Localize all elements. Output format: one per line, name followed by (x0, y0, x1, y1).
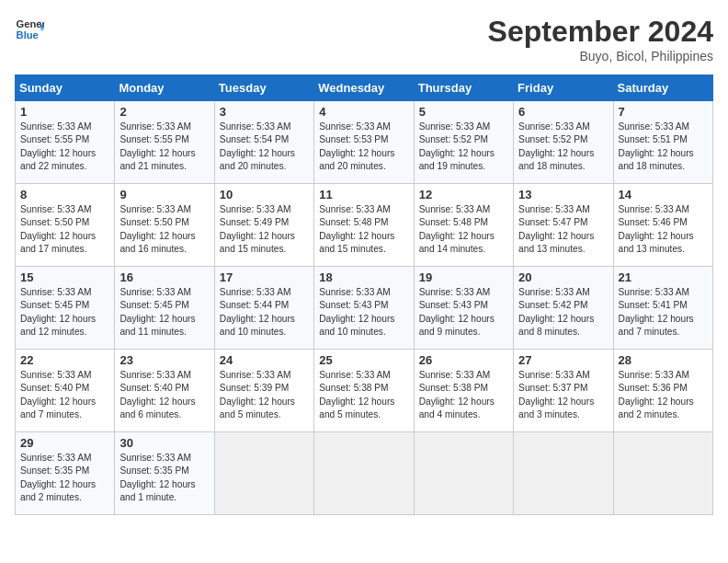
week-row-5: 29 Sunrise: 5:33 AMSunset: 5:35 PMDaylig… (16, 432, 713, 515)
calendar-cell: 18 Sunrise: 5:33 AMSunset: 5:43 PMDaylig… (314, 267, 414, 350)
day-number: 12 (419, 188, 508, 201)
day-number: 29 (20, 436, 109, 450)
day-detail: Sunrise: 5:33 AMSunset: 5:36 PMDaylight:… (619, 369, 708, 421)
day-number: 9 (119, 188, 209, 201)
day-number: 18 (319, 270, 408, 284)
calendar-cell: 9 Sunrise: 5:33 AMSunset: 5:50 PMDayligh… (115, 184, 214, 267)
day-detail: Sunrise: 5:33 AMSunset: 5:50 PMDaylight:… (119, 203, 209, 256)
day-detail: Sunrise: 5:33 AMSunset: 5:42 PMDaylight:… (518, 286, 608, 339)
day-number: 23 (119, 353, 209, 367)
calendar-cell: 30 Sunrise: 5:33 AMSunset: 5:35 PMDaylig… (115, 432, 214, 515)
day-detail: Sunrise: 5:33 AMSunset: 5:35 PMDaylight:… (119, 452, 209, 504)
day-number: 20 (518, 270, 608, 284)
calendar-table: SundayMondayTuesdayWednesdayThursdayFrid… (15, 75, 713, 515)
col-header-thursday: Thursday (414, 75, 513, 101)
calendar-cell: 29 Sunrise: 5:33 AMSunset: 5:35 PMDaylig… (16, 432, 115, 515)
col-header-saturday: Saturday (613, 75, 712, 101)
day-number: 11 (319, 188, 408, 201)
day-detail: Sunrise: 5:33 AMSunset: 5:49 PMDaylight:… (220, 203, 309, 256)
calendar-cell: 16 Sunrise: 5:33 AMSunset: 5:45 PMDaylig… (115, 267, 214, 350)
calendar-cell: 19 Sunrise: 5:33 AMSunset: 5:43 PMDaylig… (414, 267, 513, 350)
calendar-cell: 10 Sunrise: 5:33 AMSunset: 5:49 PMDaylig… (214, 184, 313, 267)
day-number: 22 (20, 353, 109, 367)
day-detail: Sunrise: 5:33 AMSunset: 5:47 PMDaylight:… (518, 203, 608, 256)
day-detail: Sunrise: 5:33 AMSunset: 5:45 PMDaylight:… (119, 286, 209, 339)
week-row-3: 15 Sunrise: 5:33 AMSunset: 5:45 PMDaylig… (16, 267, 713, 350)
calendar-cell: 11 Sunrise: 5:33 AMSunset: 5:48 PMDaylig… (314, 184, 414, 267)
day-number: 17 (220, 270, 309, 284)
day-number: 8 (20, 188, 109, 201)
day-number: 5 (419, 105, 508, 119)
day-number: 24 (220, 353, 309, 367)
day-number: 6 (518, 105, 608, 119)
day-number: 27 (518, 353, 608, 367)
week-row-4: 22 Sunrise: 5:33 AMSunset: 5:40 PMDaylig… (16, 350, 713, 432)
col-header-monday: Monday (115, 75, 214, 101)
calendar-cell: 28 Sunrise: 5:33 AMSunset: 5:36 PMDaylig… (613, 350, 712, 432)
calendar-cell (414, 432, 513, 515)
day-number: 2 (119, 105, 209, 119)
day-number: 28 (619, 353, 708, 367)
calendar-cell: 12 Sunrise: 5:33 AMSunset: 5:48 PMDaylig… (414, 184, 513, 267)
calendar-cell (314, 432, 414, 515)
day-number: 10 (220, 188, 309, 201)
calendar-cell: 17 Sunrise: 5:33 AMSunset: 5:44 PMDaylig… (214, 267, 313, 350)
day-detail: Sunrise: 5:33 AMSunset: 5:53 PMDaylight:… (319, 121, 408, 173)
calendar-cell (214, 432, 313, 515)
calendar-cell: 6 Sunrise: 5:33 AMSunset: 5:52 PMDayligh… (514, 101, 613, 184)
day-detail: Sunrise: 5:33 AMSunset: 5:38 PMDaylight:… (319, 369, 408, 421)
day-detail: Sunrise: 5:33 AMSunset: 5:55 PMDaylight:… (119, 121, 209, 173)
day-detail: Sunrise: 5:33 AMSunset: 5:38 PMDaylight:… (419, 369, 508, 421)
day-detail: Sunrise: 5:33 AMSunset: 5:43 PMDaylight:… (419, 286, 508, 339)
calendar-cell: 25 Sunrise: 5:33 AMSunset: 5:38 PMDaylig… (314, 350, 414, 432)
calendar-cell: 13 Sunrise: 5:33 AMSunset: 5:47 PMDaylig… (514, 184, 613, 267)
day-number: 15 (20, 270, 109, 284)
calendar-cell: 24 Sunrise: 5:33 AMSunset: 5:39 PMDaylig… (214, 350, 313, 432)
calendar-cell: 1 Sunrise: 5:33 AMSunset: 5:55 PMDayligh… (16, 101, 115, 184)
day-detail: Sunrise: 5:33 AMSunset: 5:35 PMDaylight:… (20, 452, 109, 504)
day-detail: Sunrise: 5:33 AMSunset: 5:37 PMDaylight:… (518, 369, 608, 421)
day-number: 4 (319, 105, 408, 119)
day-detail: Sunrise: 5:33 AMSunset: 5:41 PMDaylight:… (619, 286, 708, 339)
day-number: 19 (419, 270, 508, 284)
calendar-cell: 14 Sunrise: 5:33 AMSunset: 5:46 PMDaylig… (613, 184, 712, 267)
col-header-tuesday: Tuesday (214, 75, 313, 101)
calendar-cell (514, 432, 613, 515)
day-detail: Sunrise: 5:33 AMSunset: 5:52 PMDaylight:… (419, 121, 508, 173)
week-row-1: 1 Sunrise: 5:33 AMSunset: 5:55 PMDayligh… (16, 101, 713, 184)
calendar-cell: 5 Sunrise: 5:33 AMSunset: 5:52 PMDayligh… (414, 101, 513, 184)
day-number: 16 (119, 270, 209, 284)
day-detail: Sunrise: 5:33 AMSunset: 5:51 PMDaylight:… (619, 121, 708, 173)
calendar-cell (613, 432, 712, 515)
day-detail: Sunrise: 5:33 AMSunset: 5:54 PMDaylight:… (220, 121, 309, 173)
day-number: 1 (20, 105, 109, 119)
day-detail: Sunrise: 5:33 AMSunset: 5:45 PMDaylight:… (20, 286, 109, 339)
day-number: 14 (619, 188, 708, 201)
calendar-cell: 26 Sunrise: 5:33 AMSunset: 5:38 PMDaylig… (414, 350, 513, 432)
day-number: 13 (518, 188, 608, 201)
calendar-cell: 23 Sunrise: 5:33 AMSunset: 5:40 PMDaylig… (115, 350, 214, 432)
calendar-cell: 4 Sunrise: 5:33 AMSunset: 5:53 PMDayligh… (314, 101, 414, 184)
day-number: 26 (419, 353, 508, 367)
day-detail: Sunrise: 5:33 AMSunset: 5:55 PMDaylight:… (20, 121, 109, 173)
day-number: 21 (619, 270, 708, 284)
day-detail: Sunrise: 5:33 AMSunset: 5:50 PMDaylight:… (20, 203, 109, 256)
week-row-2: 8 Sunrise: 5:33 AMSunset: 5:50 PMDayligh… (16, 184, 713, 267)
svg-text:Blue: Blue (17, 29, 39, 40)
logo-icon: General Blue (15, 15, 44, 44)
month-title: September 2024 (488, 15, 713, 49)
day-detail: Sunrise: 5:33 AMSunset: 5:52 PMDaylight:… (518, 121, 608, 173)
day-detail: Sunrise: 5:33 AMSunset: 5:48 PMDaylight:… (319, 203, 408, 256)
day-number: 25 (319, 353, 408, 367)
day-detail: Sunrise: 5:33 AMSunset: 5:40 PMDaylight:… (20, 369, 109, 421)
day-detail: Sunrise: 5:33 AMSunset: 5:44 PMDaylight:… (220, 286, 309, 339)
col-header-sunday: Sunday (16, 75, 115, 101)
calendar-header-row: SundayMondayTuesdayWednesdayThursdayFrid… (16, 75, 713, 101)
calendar-cell: 22 Sunrise: 5:33 AMSunset: 5:40 PMDaylig… (16, 350, 115, 432)
title-block: September 2024 Buyo, Bicol, Philippines (488, 15, 713, 63)
day-detail: Sunrise: 5:33 AMSunset: 5:46 PMDaylight:… (619, 203, 708, 256)
logo: General Blue (15, 15, 44, 44)
col-header-wednesday: Wednesday (314, 75, 414, 101)
day-number: 7 (619, 105, 708, 119)
day-number: 3 (220, 105, 309, 119)
